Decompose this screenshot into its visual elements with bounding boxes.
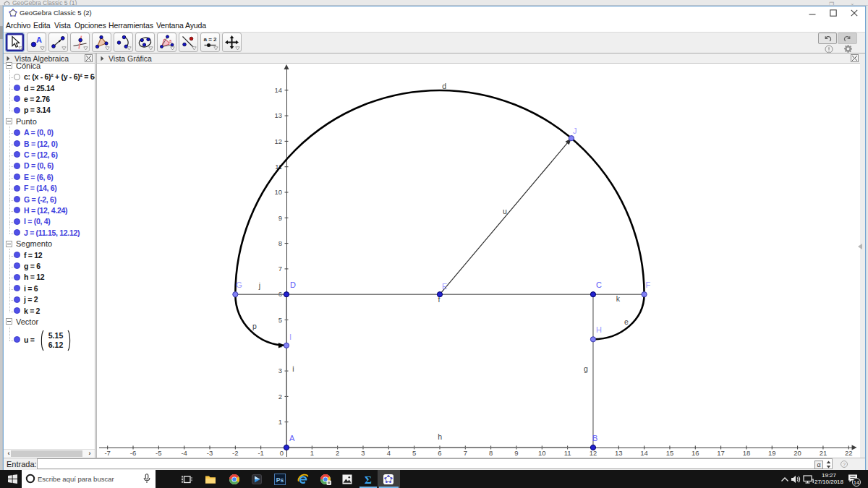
taskbar-app-chrome-profile[interactable] bbox=[314, 470, 336, 488]
visibility-bullet-c[interactable] bbox=[14, 74, 20, 80]
visibility-bullet-e[interactable] bbox=[14, 95, 20, 102]
menu-archivo[interactable]: Archivo bbox=[6, 21, 30, 30]
point-G[interactable] bbox=[233, 292, 238, 297]
tool-move-view-button[interactable] bbox=[222, 33, 242, 52]
visibility-bullet-D[interactable] bbox=[14, 163, 20, 169]
tray-chevron-up-icon[interactable] bbox=[780, 470, 789, 488]
visibility-bullet-H[interactable] bbox=[14, 207, 20, 213]
maximize-button[interactable] bbox=[825, 7, 841, 18]
menu-vista[interactable]: Vista bbox=[54, 21, 71, 30]
visibility-bullet-E[interactable] bbox=[14, 174, 20, 180]
visibility-bullet-g[interactable] bbox=[14, 262, 20, 269]
start-button[interactable] bbox=[4, 470, 20, 487]
algebra-item-F[interactable]: F = (14, 6) bbox=[24, 184, 56, 192]
point-C[interactable] bbox=[590, 292, 595, 297]
visibility-bullet-A[interactable] bbox=[14, 129, 20, 136]
greek-alpha-button[interactable]: α bbox=[814, 461, 823, 469]
tool-slider-button[interactable]: a = 2 bbox=[200, 33, 220, 52]
taskbar-app-chrome[interactable] bbox=[223, 470, 245, 488]
point-B[interactable] bbox=[590, 445, 595, 450]
minimize-button[interactable] bbox=[804, 7, 820, 18]
algebra-item-H[interactable]: H = (12, 4.24) bbox=[24, 206, 67, 215]
point-D[interactable] bbox=[284, 292, 289, 297]
algebra-item-u[interactable]: u = bbox=[24, 335, 35, 344]
close-button[interactable] bbox=[846, 7, 862, 18]
vector-matrix-u[interactable]: 5.156.12 bbox=[39, 330, 72, 351]
visibility-bullet-J[interactable] bbox=[14, 229, 20, 236]
arc-d[interactable] bbox=[235, 90, 644, 294]
point-A[interactable] bbox=[284, 445, 289, 450]
input-history-spinner[interactable] bbox=[826, 461, 831, 468]
algebra-item-j[interactable]: j = 2 bbox=[24, 295, 38, 304]
menu-edita[interactable]: Edita bbox=[33, 21, 50, 30]
undo-button[interactable] bbox=[818, 33, 837, 44]
tree-collapse-box-segmento[interactable] bbox=[6, 241, 12, 247]
algebra-item-B[interactable]: B = (12, 0) bbox=[24, 140, 58, 148]
tool-circle-button[interactable] bbox=[114, 33, 133, 52]
tree-group-vector[interactable]: Vector bbox=[16, 317, 38, 326]
graphics-header-arrow-icon[interactable] bbox=[101, 56, 104, 61]
taskbar-clock[interactable]: 19:2727/10/2018 bbox=[812, 472, 846, 486]
algebra-horizontal-scrollbar[interactable]: ‹ › bbox=[4, 449, 95, 457]
point-J[interactable] bbox=[569, 136, 574, 141]
visibility-bullet-i[interactable] bbox=[14, 285, 20, 291]
menu-ayuda[interactable]: Ayuda bbox=[185, 21, 206, 30]
scrollbar-right-arrow[interactable]: › bbox=[86, 450, 93, 457]
algebra-item-e[interactable]: e = 2.76 bbox=[24, 95, 50, 103]
input-help-icon[interactable]: ? bbox=[841, 461, 848, 468]
visibility-bullet-C[interactable] bbox=[14, 151, 20, 158]
algebra-item-I[interactable]: I = (0, 4) bbox=[24, 217, 50, 226]
point-H[interactable] bbox=[590, 337, 595, 342]
tool-ellipse-button[interactable] bbox=[135, 33, 155, 52]
visibility-bullet-B[interactable] bbox=[14, 140, 20, 147]
algebra-item-g[interactable]: g = 6 bbox=[24, 262, 41, 270]
input-field[interactable] bbox=[37, 458, 833, 469]
toolbar-help-icon[interactable] bbox=[825, 45, 833, 53]
tray-speaker-icon[interactable] bbox=[791, 470, 801, 488]
taskbar-app-photos[interactable] bbox=[336, 470, 359, 488]
tool-move-button[interactable] bbox=[5, 33, 25, 52]
taskbar-app-internet-explorer[interactable] bbox=[292, 470, 314, 488]
algebra-item-C[interactable]: C = (12, 6) bbox=[24, 150, 58, 159]
visibility-bullet-j[interactable] bbox=[14, 296, 20, 303]
algebra-item-i[interactable]: i = 6 bbox=[24, 284, 38, 293]
algebra-item-d[interactable]: d = 25.14 bbox=[24, 84, 54, 93]
scrollbar-thumb[interactable] bbox=[11, 450, 82, 457]
taskbar-app-geogebra[interactable] bbox=[378, 470, 400, 488]
algebra-item-f[interactable]: f = 12 bbox=[24, 251, 42, 260]
visibility-bullet-u[interactable] bbox=[14, 336, 20, 343]
tool-polygon-button[interactable] bbox=[92, 33, 111, 52]
taskbar-app-sigma[interactable]: Σ bbox=[357, 470, 380, 488]
visibility-bullet-f[interactable] bbox=[14, 252, 20, 258]
tree-collapse-box-punto[interactable] bbox=[6, 118, 12, 124]
tool-reflect-button[interactable] bbox=[179, 33, 198, 52]
menu-opciones[interactable]: Opciones bbox=[75, 21, 106, 30]
algebra-item-G[interactable]: G = (-2, 6) bbox=[24, 195, 56, 204]
algebra-item-h[interactable]: h = 12 bbox=[24, 273, 44, 281]
taskbar-search-box[interactable]: Escribe aquí para buscar bbox=[22, 470, 156, 488]
algebra-item-c[interactable]: c: (x - 6)² + (y - 6)² = 64 bbox=[24, 72, 95, 81]
menu-herramientas[interactable]: Herramientas bbox=[109, 21, 153, 30]
taskbar-app-task-view[interactable] bbox=[176, 470, 198, 488]
algebra-item-D[interactable]: D = (0, 6) bbox=[24, 161, 54, 170]
visibility-bullet-I[interactable] bbox=[14, 218, 20, 225]
visibility-bullet-F[interactable] bbox=[14, 185, 20, 192]
tree-collapse-box-vector[interactable] bbox=[6, 318, 12, 325]
tree-collapse-box-cónica[interactable] bbox=[6, 62, 12, 69]
tool-line-button[interactable] bbox=[48, 33, 68, 52]
tool-point-button[interactable]: A bbox=[27, 33, 46, 52]
tool-perpendicular-button[interactable] bbox=[70, 33, 90, 52]
visibility-bullet-k[interactable] bbox=[14, 307, 20, 314]
tool-angle-button[interactable]: a bbox=[157, 33, 176, 52]
visibility-bullet-G[interactable] bbox=[14, 196, 20, 202]
point-I[interactable] bbox=[284, 343, 289, 348]
menu-ventana[interactable]: Ventana bbox=[156, 21, 184, 30]
algebra-item-p[interactable]: p = 3.14 bbox=[24, 106, 50, 114]
toolbar-settings-gear-icon[interactable] bbox=[843, 44, 853, 53]
algebra-item-E[interactable]: E = (6, 6) bbox=[24, 173, 53, 181]
graphics-canvas[interactable]: -7-6-5-4-3-2-101234567891011121314151617… bbox=[97, 64, 860, 458]
taskbar-app-movies-tv[interactable] bbox=[246, 470, 268, 488]
redo-button[interactable] bbox=[838, 33, 857, 44]
graphics-view-header[interactable]: Vista Gráfica bbox=[97, 53, 860, 64]
tree-group-cónica[interactable]: Cónica bbox=[16, 61, 41, 70]
